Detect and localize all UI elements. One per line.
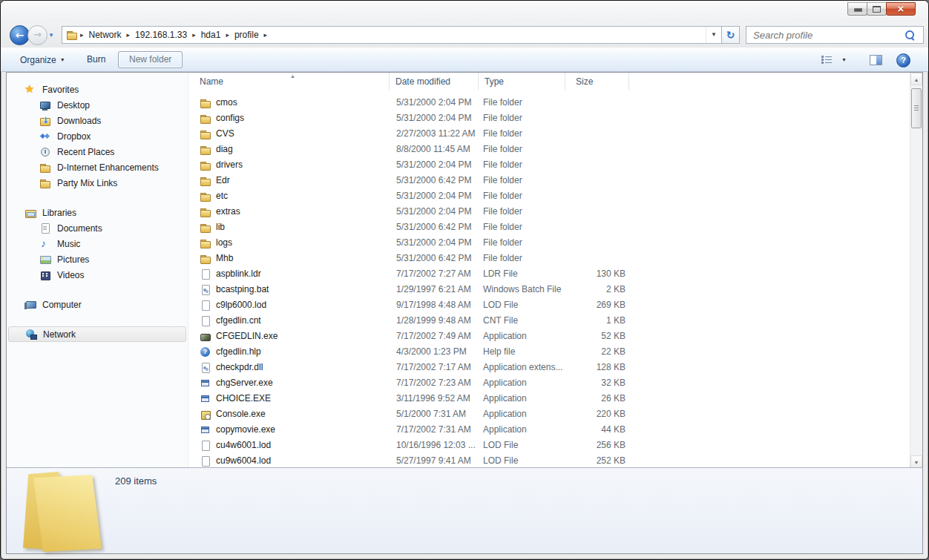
breadcrumb-arrow-icon: ▸ bbox=[78, 27, 86, 43]
views-button[interactable]: ▼ bbox=[821, 55, 847, 64]
scroll-down-icon[interactable]: ▼ bbox=[910, 455, 922, 468]
recent-pages-chevron-icon[interactable]: ▼ bbox=[48, 32, 54, 39]
file-date: 3/11/1996 9:52 AM bbox=[396, 391, 470, 406]
file-type: Help file bbox=[483, 344, 515, 360]
sidebar-item-libraries[interactable]: Libraries bbox=[7, 205, 188, 220]
file-name: cu4w6001.lod bbox=[216, 438, 271, 453]
file-row-edr[interactable]: Edr5/31/2000 6:42 PMFile folder bbox=[189, 173, 910, 188]
sidebar-item-videos[interactable]: Videos bbox=[7, 267, 188, 283]
sidebar-item-desktop[interactable]: Desktop bbox=[7, 97, 188, 113]
file-row-mhb[interactable]: Mhb5/31/2000 6:42 PMFile folder bbox=[189, 251, 910, 266]
file-size bbox=[560, 251, 626, 266]
file-row-configs[interactable]: configs5/31/2000 2:04 PMFile folder bbox=[189, 111, 910, 126]
file-row-choice-exe[interactable]: CHOICE.EXE3/11/1996 9:52 AMApplication26… bbox=[189, 391, 910, 406]
forward-button[interactable] bbox=[27, 25, 47, 45]
file-row-cvs[interactable]: CVS2/27/2003 11:22 AMFile folder bbox=[189, 126, 910, 142]
sidebar-item-downloads[interactable]: Downloads bbox=[7, 113, 188, 128]
search-input[interactable] bbox=[746, 29, 905, 42]
file-date: 5/27/1997 9:41 AM bbox=[396, 453, 471, 468]
file-size bbox=[560, 220, 626, 235]
breadcrumb-arrow-icon: ▸ bbox=[190, 27, 198, 43]
column-header-type[interactable]: Type bbox=[479, 73, 565, 90]
sidebar-item-favorites[interactable]: Favorites bbox=[7, 82, 188, 97]
sidebar-item-music[interactable]: Music bbox=[7, 236, 188, 251]
address-dropdown-icon[interactable]: ▼ bbox=[706, 27, 721, 43]
file-size bbox=[560, 95, 626, 111]
minimize-button[interactable] bbox=[847, 2, 867, 16]
file-type: Application bbox=[483, 329, 527, 344]
back-button[interactable] bbox=[10, 25, 30, 45]
desktop-icon bbox=[39, 99, 51, 111]
file-row-cfgedlin-hlp[interactable]: cfgedlin.hlp4/3/2000 1:23 PMHelp file22 … bbox=[189, 344, 910, 360]
file-name: cmos bbox=[216, 95, 237, 111]
sidebar-item-documents[interactable]: Documents bbox=[7, 220, 188, 236]
folder-icon bbox=[200, 191, 211, 202]
sidebar-item-computer[interactable]: Computer bbox=[7, 297, 188, 312]
file-row-diag[interactable]: diag8/8/2000 11:45 AMFile folder bbox=[189, 142, 910, 157]
new-folder-button[interactable]: New folder bbox=[118, 51, 183, 68]
file-row-logs[interactable]: logs5/31/2000 2:04 PMFile folder bbox=[189, 235, 910, 251]
file-row-etc[interactable]: etc5/31/2000 2:04 PMFile folder bbox=[189, 188, 910, 204]
folder-icon bbox=[200, 253, 211, 265]
file-date: 8/8/2000 11:45 AM bbox=[396, 142, 470, 157]
file-row-cu4w6001-lod[interactable]: cu4w6001.lod10/16/1996 12:03 ...LOD File… bbox=[189, 438, 910, 453]
sidebar-item-pictures[interactable]: Pictures bbox=[7, 251, 188, 267]
close-button[interactable] bbox=[886, 2, 916, 16]
breadcrumb-segment-192-168-1-33[interactable]: 192.168.1.33 bbox=[132, 27, 190, 43]
file-row-chgserver-exe[interactable]: chgServer.exe7/17/2002 7:23 AMApplicatio… bbox=[189, 375, 910, 391]
column-header-name[interactable]: Name bbox=[189, 73, 390, 90]
column-header-date-modified[interactable]: Date modified bbox=[390, 73, 479, 90]
help-button[interactable] bbox=[896, 53, 910, 67]
downloads-icon bbox=[39, 115, 51, 127]
breadcrumb-segment-hda1[interactable]: hda1 bbox=[198, 27, 224, 43]
file-date: 5/31/2000 2:04 PM bbox=[396, 111, 471, 126]
file-type: File folder bbox=[483, 95, 522, 111]
dll-icon bbox=[200, 362, 211, 374]
file-row-console-exe[interactable]: Console.exe5/1/2000 7:31 AMApplication22… bbox=[189, 406, 910, 422]
exe-dark-icon bbox=[200, 331, 211, 343]
file-type: CNT File bbox=[483, 313, 518, 329]
file-row-drivers[interactable]: drivers5/31/2000 2:04 PMFile folder bbox=[189, 157, 910, 173]
breadcrumb-segment-network[interactable]: Network bbox=[86, 27, 125, 43]
file-size bbox=[560, 126, 626, 142]
file-name: Mhb bbox=[216, 251, 233, 266]
file-row-cmos[interactable]: cmos5/31/2000 2:04 PMFile folder bbox=[189, 95, 910, 111]
content-area: FavoritesDesktopDownloadsDropboxRecent P… bbox=[6, 72, 923, 554]
vertical-scrollbar[interactable]: ▲ ▼ bbox=[910, 73, 922, 468]
file-type: LOD File bbox=[483, 297, 518, 313]
preview-pane-button[interactable] bbox=[870, 55, 882, 65]
sidebar-item-party-mix-links[interactable]: Party Mix Links bbox=[7, 175, 188, 191]
file-size bbox=[560, 204, 626, 220]
sidebar-item-dropbox[interactable]: Dropbox bbox=[7, 128, 188, 144]
file-row-extras[interactable]: extras5/31/2000 2:04 PMFile folder bbox=[189, 204, 910, 220]
file-row-aspblink-ldr[interactable]: aspblink.ldr7/17/2002 7:27 AMLDR File130… bbox=[189, 266, 910, 282]
file-row-bcastping-bat[interactable]: bcastping.bat1/29/1997 6:21 AMWindows Ba… bbox=[189, 282, 910, 297]
recent-icon bbox=[39, 146, 51, 158]
sidebar-item-label: Downloads bbox=[57, 116, 101, 126]
file-row-cfgedlin-exe[interactable]: CFGEDLIN.exe7/17/2002 7:49 AMApplication… bbox=[189, 329, 910, 344]
address-bar[interactable]: ▸Network▸192.168.1.33▸hda1▸profile▸ ▼ bbox=[62, 26, 722, 44]
refresh-button[interactable] bbox=[722, 26, 740, 44]
breadcrumb-arrow-icon: ▸ bbox=[125, 27, 133, 43]
burn-button[interactable]: Burn bbox=[87, 48, 105, 71]
file-row-cfgedlin-cnt[interactable]: cfgedlin.cnt1/28/1999 9:48 AMCNT File1 K… bbox=[189, 313, 910, 329]
scroll-up-icon[interactable]: ▲ bbox=[910, 73, 922, 85]
maximize-button[interactable] bbox=[867, 2, 887, 16]
file-row-copymovie-exe[interactable]: copymovie.exe7/17/2002 7:31 AMApplicatio… bbox=[189, 422, 910, 438]
pictures-icon bbox=[39, 254, 51, 266]
column-header-size[interactable]: Size bbox=[565, 73, 629, 90]
file-row-lib[interactable]: lib5/31/2000 6:42 PMFile folder bbox=[189, 220, 910, 235]
app-icon bbox=[200, 378, 211, 389]
file-type: File folder bbox=[483, 220, 522, 235]
sidebar-item-label: D-Internet Enhancements bbox=[57, 162, 159, 173]
sidebar-item-d-internet-enhancements[interactable]: D-Internet Enhancements bbox=[7, 159, 188, 175]
file-row-checkpdr-dll[interactable]: checkpdr.dll7/17/2002 7:17 AMApplication… bbox=[189, 360, 910, 375]
breadcrumb-segment-profile[interactable]: profile bbox=[232, 27, 262, 43]
file-list-pane: NameDate modifiedTypeSize ▲ cmos5/31/200… bbox=[189, 73, 922, 468]
scrollbar-thumb[interactable] bbox=[911, 88, 922, 128]
file-row-c9lp6000-lod[interactable]: c9lp6000.lod9/17/1998 4:48 AMLOD File269… bbox=[189, 297, 910, 313]
sidebar-item-network[interactable]: Network bbox=[8, 326, 186, 342]
sidebar-item-recent-places[interactable]: Recent Places bbox=[7, 144, 188, 159]
file-row-cu9w6004-lod[interactable]: cu9w6004.lod5/27/1997 9:41 AMLOD File252… bbox=[189, 453, 910, 468]
organize-button[interactable]: Organize▼ bbox=[20, 48, 65, 72]
